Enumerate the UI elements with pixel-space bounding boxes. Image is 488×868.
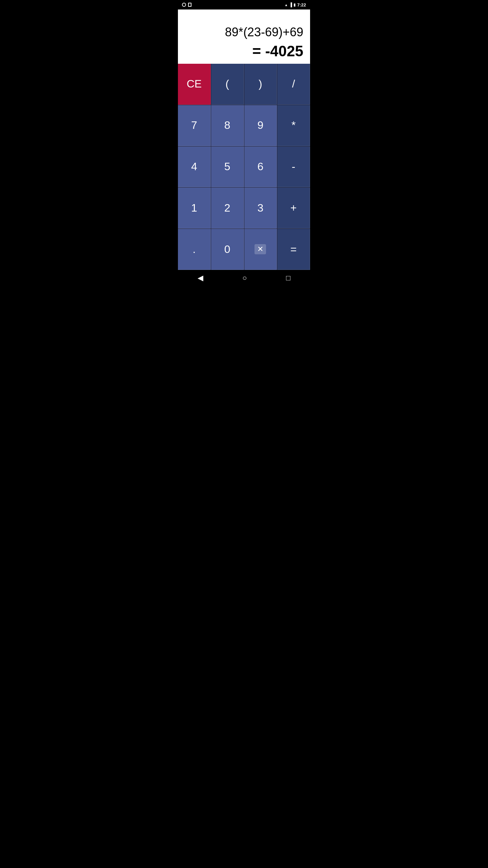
button-1[interactable]: 1: [178, 188, 211, 229]
button-ce[interactable]: CE: [178, 64, 211, 105]
button-8[interactable]: 8: [211, 105, 244, 146]
button-lparen[interactable]: (: [211, 64, 244, 105]
button-add[interactable]: +: [277, 188, 310, 229]
button-5[interactable]: 5: [211, 146, 244, 188]
back-nav-button[interactable]: ◀: [191, 271, 210, 285]
status-bar-left: [182, 3, 191, 7]
expression-display: 89*(23-69)+69: [185, 25, 303, 39]
result-display: = -4025: [185, 43, 303, 60]
button-0[interactable]: 0: [211, 229, 244, 270]
button-4[interactable]: 4: [178, 146, 211, 188]
button-2[interactable]: 2: [211, 188, 244, 229]
button-eq[interactable]: =: [277, 229, 310, 270]
recent-nav-button[interactable]: □: [279, 271, 297, 285]
button-back[interactable]: ✕: [244, 229, 277, 270]
button-rparen[interactable]: ): [244, 64, 277, 105]
button-mul[interactable]: *: [277, 105, 310, 146]
signal-icon: [289, 2, 292, 7]
button-6[interactable]: 6: [244, 146, 277, 188]
status-bar-right: 7:22: [285, 2, 306, 7]
button-dot[interactable]: .: [178, 229, 211, 270]
status-time: 7:22: [297, 2, 306, 7]
home-nav-button[interactable]: ○: [236, 271, 253, 285]
nav-bar: ◀ ○ □: [178, 270, 310, 286]
calculator-display: 89*(23-69)+69 = -4025: [178, 9, 310, 64]
button-sub[interactable]: -: [277, 146, 310, 188]
status-bar: 7:22: [178, 0, 310, 9]
circle-icon: [182, 3, 186, 7]
button-9[interactable]: 9: [244, 105, 277, 146]
sd-icon: [188, 3, 191, 7]
button-3[interactable]: 3: [244, 188, 277, 229]
wifi-icon: [285, 3, 288, 7]
backspace-icon: ✕: [255, 244, 266, 254]
button-7[interactable]: 7: [178, 105, 211, 146]
button-divide[interactable]: /: [277, 64, 310, 105]
keypad: CE()/789*456-123+.0✕=: [178, 64, 310, 270]
battery-icon: [293, 2, 296, 7]
